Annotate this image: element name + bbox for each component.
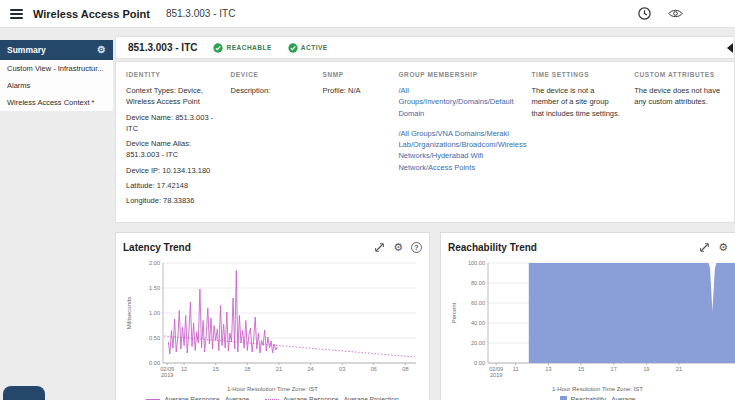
svg-text:100.00: 100.00: [468, 260, 485, 266]
svg-text:0.00: 0.00: [474, 360, 485, 366]
svg-text:19: 19: [643, 366, 649, 372]
snmp-section: SNMP Profile: N/A: [323, 71, 386, 210]
legend-item: Average Response - Average: [146, 396, 249, 400]
device-header: 851.3.003 - ITC REACHABLE ACTIVE: [115, 36, 735, 59]
check-circle-icon: [288, 43, 298, 53]
identity-line: Device Name: 851.3.003 - ITC: [126, 112, 218, 135]
latency-trend-card: Latency Trend ⚙ ? 0.000.501.001.502.0002…: [115, 232, 430, 400]
main-content: 851.3.003 - ITC REACHABLE ACTIVE IDENTIT…: [115, 36, 735, 400]
group-link[interactable]: /All Groups/VNA Domains/Meraki Lab/Organ…: [398, 128, 518, 173]
eye-icon[interactable]: [668, 6, 683, 21]
svg-text:06: 06: [371, 366, 377, 372]
svg-text:12: 12: [181, 366, 187, 372]
clock-icon[interactable]: [637, 6, 652, 21]
svg-text:80.00: 80.00: [471, 280, 485, 286]
status-badge-reachable: REACHABLE: [213, 43, 271, 53]
x-axis-caption: 1-Hour Resolution Time Zone: IST: [448, 386, 735, 392]
time-settings-section: TIME SETTINGS The device is not a member…: [531, 71, 621, 210]
help-icon[interactable]: ?: [411, 242, 422, 253]
charts-row: Latency Trend ⚙ ? 0.000.501.001.502.0002…: [115, 232, 735, 400]
svg-text:0.00: 0.00: [149, 360, 160, 366]
svg-text:15: 15: [578, 366, 584, 372]
custom-attributes-text: The device does not have any custom attr…: [634, 85, 724, 108]
page-title: Wireless Access Point: [33, 8, 150, 20]
svg-text:1.50: 1.50: [149, 285, 160, 291]
svg-text:Percent: Percent: [451, 303, 457, 324]
section-title: IDENTITY: [126, 71, 218, 78]
legend-label: Average Response - Average Projection: [283, 396, 398, 400]
identity-line: Context Types: Device, Wireless Access P…: [126, 85, 218, 108]
sidebar: Summary ⚙ Custom View - Infrastructur...…: [0, 40, 113, 111]
svg-text:02/092019: 02/092019: [489, 366, 503, 378]
svg-text:17: 17: [611, 366, 617, 372]
legend-square-swatch: [560, 396, 567, 400]
device-section: DEVICE Description:: [231, 71, 310, 210]
gear-icon[interactable]: ⚙: [393, 242, 403, 253]
svg-text:0.50: 0.50: [149, 335, 160, 341]
svg-text:08: 08: [402, 366, 408, 372]
svg-text:21: 21: [276, 366, 282, 372]
identity-section: IDENTITY Context Types: Device, Wireless…: [126, 71, 218, 210]
sidebar-item-summary[interactable]: Summary ⚙: [0, 40, 113, 60]
time-settings-text: The device is not a member of a site gro…: [531, 85, 621, 119]
gear-icon[interactable]: ⚙: [718, 242, 728, 253]
expand-icon[interactable]: [374, 242, 385, 253]
svg-text:40.00: 40.00: [471, 320, 485, 326]
group-link[interactable]: /All Groups/Inventory/Domains/Default Do…: [398, 85, 518, 119]
reachability-chart: 0.0020.0040.0060.0080.00100.0002/0920191…: [448, 257, 735, 385]
svg-text:20.00: 20.00: [471, 340, 485, 346]
collapse-panel-arrow[interactable]: [727, 43, 733, 53]
legend-label: Average Response - Average: [164, 396, 249, 400]
chart-legend: Average Response - Average Average Respo…: [123, 396, 422, 400]
expand-icon[interactable]: [699, 242, 710, 253]
sidebar-item-label: Summary: [7, 45, 46, 55]
svg-text:11: 11: [513, 366, 519, 372]
sidebar-item-wireless-access-context[interactable]: Wireless Access Context *: [0, 94, 113, 111]
device-name: 851.3.003 - ITC: [128, 42, 197, 53]
snmp-line: Profile: N/A: [323, 85, 386, 96]
gear-icon[interactable]: ⚙: [97, 45, 106, 55]
reachability-trend-card: Reachability Trend ⚙ ? 0.0020.0040.0060.…: [440, 232, 735, 400]
section-title: TIME SETTINGS: [531, 71, 621, 78]
identity-line: Device IP: 10.134.13.180: [126, 165, 218, 176]
device-line: Description:: [231, 85, 310, 96]
identity-line: Device Name Alias: 851.3.003 - ITC: [126, 138, 218, 161]
badge-label: REACHABLE: [226, 44, 271, 51]
svg-text:15: 15: [213, 366, 219, 372]
identity-line: Latitude: 17.42148: [126, 180, 218, 191]
check-circle-icon: [213, 43, 223, 53]
page-subtitle: 851.3.003 - ITC: [166, 8, 235, 19]
svg-text:Milliseconds: Milliseconds: [126, 297, 132, 330]
chart-legend: Reachability - Average: [448, 396, 735, 400]
svg-text:02/092019: 02/092019: [160, 366, 174, 378]
svg-text:60.00: 60.00: [471, 300, 485, 306]
badge-label: ACTIVE: [301, 44, 328, 51]
group-membership-section: GROUP MEMBERSHIP /All Groups/Inventory/D…: [398, 71, 518, 210]
section-title: SNMP: [323, 71, 386, 78]
svg-text:21: 21: [676, 366, 682, 372]
custom-attributes-section: CUSTOM ATTRIBUTES The device does not ha…: [634, 71, 724, 210]
sidebar-item-custom-view[interactable]: Custom View - Infrastructur...: [0, 60, 113, 77]
section-title: CUSTOM ATTRIBUTES: [634, 71, 724, 78]
sidebar-item-alarms[interactable]: Alarms: [0, 77, 113, 94]
identity-line: Longitude: 78.33836: [126, 195, 218, 206]
x-axis-caption: 1-Hour Resolution Time Zone: IST: [123, 386, 422, 392]
svg-text:18: 18: [244, 366, 250, 372]
legend-label: Reachability - Average: [571, 396, 636, 400]
legend-item: Reachability - Average: [560, 396, 636, 400]
latency-chart: 0.000.501.001.502.0002/09201912151821240…: [123, 257, 424, 385]
device-info-panel: IDENTITY Context Types: Device, Wireless…: [115, 61, 735, 223]
card-title: Reachability Trend: [448, 242, 537, 253]
svg-text:24: 24: [307, 366, 313, 372]
svg-text:2.00: 2.00: [149, 260, 160, 266]
menu-icon[interactable]: [10, 9, 23, 19]
bottom-left-action-button[interactable]: [3, 386, 45, 400]
top-bar: Wireless Access Point 851.3.003 - ITC: [0, 0, 735, 28]
svg-text:1.00: 1.00: [149, 310, 160, 316]
svg-text:13: 13: [545, 366, 551, 372]
legend-item: Average Response - Average Projection: [265, 396, 398, 400]
section-title: DEVICE: [231, 71, 310, 78]
status-badge-active: ACTIVE: [288, 43, 328, 53]
section-title: GROUP MEMBERSHIP: [398, 71, 518, 78]
card-title: Latency Trend: [123, 242, 191, 253]
